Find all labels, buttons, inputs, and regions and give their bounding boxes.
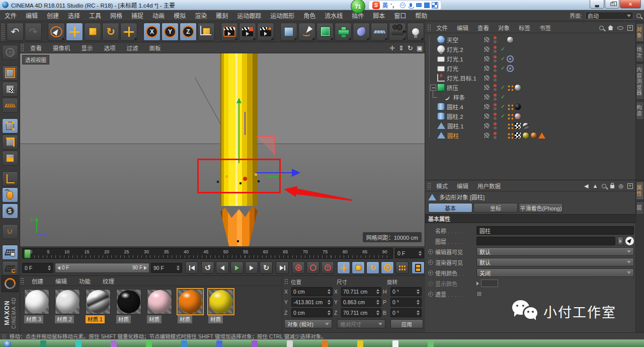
viewport-menu-drag-handle[interactable] [20, 44, 25, 52]
editor-visibility-select[interactable]: 默认 [476, 247, 634, 256]
om-side-tab[interactable]: 场次 [636, 43, 644, 62]
rotate-tool-button[interactable]: ↻ [102, 23, 119, 41]
play-backward-button[interactable]: ↺ [201, 261, 214, 274]
menu-item[interactable]: 捕捉 [127, 11, 148, 20]
taskbar-app-icon[interactable] [357, 340, 363, 347]
minimize-button[interactable]: ▃ [590, 0, 604, 9]
polygons-mode-button[interactable] [2, 151, 18, 166]
snap-button[interactable]: S [2, 203, 18, 219]
spinner-arrows-icon[interactable] [328, 310, 331, 315]
interface-select[interactable]: 启动 [585, 12, 633, 20]
gizmo-y-axis[interactable] [238, 103, 239, 163]
render-visibility-select[interactable]: 默认 [476, 258, 634, 266]
viewport-menu-item[interactable]: 摄像机 [47, 44, 76, 52]
render-visibility-dot[interactable] [494, 136, 497, 139]
view-label[interactable]: 透视视图 [22, 55, 49, 64]
emoji-icon[interactable] [400, 3, 406, 8]
material-menu-item[interactable]: 功能 [73, 277, 97, 285]
material-thumbnail[interactable] [86, 289, 111, 314]
taskbar-app-icon[interactable] [287, 340, 293, 347]
section-header[interactable]: 基本属性 [425, 214, 644, 223]
object-row[interactable]: 挤压 ✓ [427, 83, 644, 92]
om-menu-item[interactable]: 书签 [535, 24, 555, 32]
xray-checkbox[interactable] [476, 291, 482, 297]
pencil-tip-mesh[interactable] [220, 204, 258, 246]
enable-toggle[interactable]: ✓ [501, 75, 507, 81]
visibility-dots[interactable] [494, 103, 497, 110]
am-side-tab[interactable]: 层 [636, 201, 644, 215]
position-field[interactable]: 0 cm [291, 287, 333, 296]
add-spline-button[interactable] [298, 23, 315, 41]
om-menu-item[interactable]: 标签 [514, 24, 535, 32]
timeline-ruler[interactable]: 051015202530354045505560657075808590 [22, 248, 393, 259]
size-field[interactable]: 70.711 cm [341, 287, 381, 296]
material-label[interactable]: 材质.3 [24, 315, 43, 323]
material-item[interactable]: 材质.3 [24, 289, 50, 323]
om-menu-item[interactable]: 对象 [494, 24, 514, 32]
layer-toggle[interactable] [484, 36, 490, 43]
material-thumbnail[interactable] [24, 289, 49, 314]
z-axis-lock-button[interactable]: Z [180, 23, 197, 41]
timeline-frame-spinner[interactable]: 0 F [395, 248, 424, 258]
search-icon[interactable] [599, 26, 604, 30]
visibility-dots[interactable] [494, 55, 497, 62]
menu-item[interactable]: 脚本 [368, 11, 389, 20]
mat-pink-tag[interactable] [514, 113, 521, 120]
zoom-view-icon[interactable]: ⇕ [398, 45, 404, 51]
add-cube-button[interactable] [280, 23, 297, 41]
start-button[interactable] [4, 340, 11, 347]
points-mode-button[interactable] [2, 118, 18, 133]
mat-orange-tag[interactable] [530, 132, 537, 139]
model-mode-button[interactable] [2, 65, 18, 81]
expand-toggle[interactable] [430, 75, 436, 81]
keyframe-circle-icon[interactable] [428, 260, 433, 265]
visibility-dots[interactable] [494, 122, 497, 129]
taskbar-app-icon[interactable] [111, 340, 117, 347]
add-deformer-button[interactable] [353, 23, 370, 41]
enable-toggle[interactable]: ✓ [501, 46, 507, 52]
viewport-menu-item[interactable]: 选项 [99, 44, 121, 52]
render-visibility-dot[interactable] [494, 126, 497, 129]
mat-white-tag[interactable] [514, 84, 521, 91]
menu-item[interactable]: 工具 [85, 11, 106, 20]
expand-toggle[interactable] [430, 113, 436, 119]
object-name[interactable]: 圆柱.1 [447, 122, 464, 130]
am-menu-item[interactable]: 用户数据 [473, 182, 505, 190]
add-array-button[interactable] [335, 23, 352, 41]
visibility-dots[interactable] [494, 113, 497, 120]
keyframe-selection-button[interactable]: ? [321, 261, 334, 274]
material-thumbnail[interactable] [116, 289, 141, 314]
add-camera-button[interactable] [389, 23, 406, 41]
spinner-arrows-icon[interactable] [376, 289, 379, 294]
om-menu-item[interactable]: 编辑 [452, 24, 473, 32]
size-mode-select[interactable]: 绝对尺寸 [337, 319, 385, 328]
texture-mode-button[interactable] [2, 82, 18, 97]
target-tag[interactable] [507, 55, 514, 62]
material-item[interactable]: 材质.1 [86, 289, 112, 323]
mat-white-tag[interactable] [507, 36, 514, 43]
spinner-arrows-icon[interactable] [48, 265, 51, 270]
object-row[interactable]: 圆柱.4 ✓ [427, 102, 644, 111]
x-axis-lock-button[interactable]: X [143, 23, 160, 41]
render-visibility-dot[interactable] [494, 69, 497, 72]
titlebar[interactable]: CINEMA 4D R18.011 Studio (RC - R18) - [未… [0, 0, 644, 10]
record-keyframe-button[interactable] [292, 261, 305, 274]
y-axis-lock-button[interactable]: Y [162, 23, 179, 41]
ime-language-toggle[interactable]: 英 [382, 1, 388, 9]
position-field[interactable]: -413.801 cm [291, 298, 333, 307]
object-row[interactable]: 灯光.2 ✓ [427, 44, 644, 54]
autokey-button[interactable] [306, 261, 319, 274]
expand-toggle[interactable] [430, 37, 436, 43]
viewport-menu-item[interactable]: 过滤 [121, 44, 144, 52]
visibility-dots[interactable] [494, 46, 497, 53]
render-visibility-dot[interactable] [494, 59, 497, 62]
toolbar-drag-handle[interactable] [1, 23, 6, 40]
person-icon[interactable] [424, 3, 430, 8]
material-item[interactable]: 材质 [116, 289, 142, 323]
rotate-view-icon[interactable]: ↻ [408, 45, 413, 51]
pan-view-icon[interactable]: ✛ [389, 45, 395, 51]
menu-item[interactable]: 帮助 [411, 11, 432, 20]
add-subdivision-surface-button[interactable] [316, 23, 334, 41]
key-parameter-button[interactable]: P [381, 261, 394, 274]
material-menu-drag-handle[interactable] [20, 277, 25, 285]
